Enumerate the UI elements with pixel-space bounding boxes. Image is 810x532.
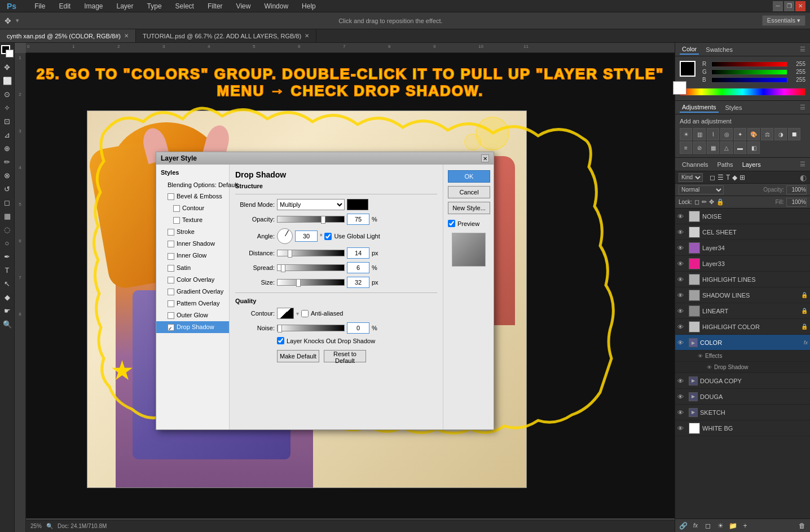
noise-input[interactable]	[347, 322, 369, 334]
dialog-close-button[interactable]: ✕	[481, 154, 489, 162]
path-select-tool[interactable]: ↖	[1, 277, 14, 290]
menu-file[interactable]: File	[32, 1, 47, 11]
contour-checkbox[interactable]	[173, 205, 180, 212]
color-overlay-checkbox[interactable]	[168, 277, 174, 283]
curves-adj[interactable]: ⌇	[707, 128, 719, 140]
layer-eye-dc[interactable]: 👁	[677, 378, 686, 384]
exposure-adj[interactable]: ◎	[720, 128, 733, 140]
texture-checkbox[interactable]	[173, 217, 180, 224]
layer-eye-douga[interactable]: 👁	[677, 393, 686, 400]
opacity-thumb[interactable]	[321, 216, 325, 224]
menu-image[interactable]: Image	[82, 1, 105, 11]
heal-tool[interactable]: ⊕	[1, 142, 14, 154]
shadow-color-swatch[interactable]	[347, 199, 368, 210]
distance-slider[interactable]	[277, 250, 345, 256]
dodge-tool[interactable]: ○	[1, 237, 14, 249]
make-default-button[interactable]: Make Default	[277, 350, 319, 362]
layer-eye-33[interactable]: 👁	[677, 260, 686, 267]
layer-eye-wbg[interactable]: 👁	[677, 425, 686, 432]
tab-tutorial[interactable]: TUTORIAL.psd @ 66.7% (22. ADD ALL LAYERS…	[136, 29, 316, 42]
stroke-checkbox[interactable]	[168, 229, 174, 236]
gradient-overlay-checkbox[interactable]	[168, 289, 174, 295]
inner-shadow-item[interactable]: Inner Shadow	[156, 238, 229, 250]
clone-tool[interactable]: ⊗	[1, 169, 14, 181]
lock-image-button[interactable]: ✏	[702, 198, 707, 206]
filter-shape-icon[interactable]: ◆	[732, 174, 737, 181]
add-mask-button[interactable]: ◻	[702, 520, 714, 531]
tab-cynth[interactable]: cynth xan.psd @ 25% (COLOR, RGB/8#) ✕	[0, 29, 136, 42]
layers-menu-icon[interactable]: ☰	[800, 161, 805, 168]
color-tab[interactable]: Color	[680, 45, 699, 55]
layer-eye-noise[interactable]: 👁	[677, 213, 686, 220]
layer-highlight-color[interactable]: 👁 HIGHLIGHT COLOR 🔒	[675, 319, 810, 335]
distance-thumb[interactable]	[288, 250, 292, 258]
effects-eye-icon[interactable]: 👁	[698, 353, 703, 359]
layer-lineart[interactable]: 👁 LINEART 🔒	[675, 303, 810, 319]
size-slider[interactable]	[277, 279, 345, 286]
filter-smart-icon[interactable]: ⊞	[739, 174, 745, 181]
layer-sketch[interactable]: 👁 ▶ SKETCH	[675, 405, 810, 420]
green-slider[interactable]	[711, 69, 787, 75]
hand-tool[interactable]: ☛	[1, 304, 14, 317]
history-tool[interactable]: ↺	[1, 183, 14, 195]
gradient-overlay-item[interactable]: Gradient Overlay	[156, 286, 229, 298]
texture-item[interactable]: Texture	[156, 214, 229, 226]
drop-shadow-checkbox[interactable]	[168, 324, 174, 331]
filter-adj-icon[interactable]: ☰	[717, 174, 724, 181]
filter-text-icon[interactable]: T	[726, 174, 730, 181]
invert-adj[interactable]: ⊘	[693, 141, 706, 154]
layer-eye-hl[interactable]: 👁	[677, 276, 686, 283]
menu-type[interactable]: Type	[145, 1, 164, 11]
layer-white-bg[interactable]: 👁 WHITE BG	[675, 420, 810, 436]
menu-edit[interactable]: Edit	[56, 1, 73, 11]
menu-help[interactable]: Help	[300, 1, 318, 11]
angle-input[interactable]	[295, 230, 318, 242]
red-slider[interactable]	[711, 61, 787, 67]
filter-toggle[interactable]: ◐	[800, 173, 807, 182]
close-button[interactable]: ✕	[795, 1, 805, 11]
tab-tutorial-close[interactable]: ✕	[305, 33, 309, 39]
eyedropper-tool[interactable]: ⊿	[1, 128, 14, 141]
lock-position-button[interactable]: ✥	[709, 198, 714, 206]
layer-layer34[interactable]: 👁 Layer34	[675, 240, 810, 256]
threshold-adj[interactable]: △	[720, 141, 733, 154]
tab-cynth-close[interactable]: ✕	[124, 33, 129, 39]
channels-tab[interactable]: Channels	[680, 160, 710, 169]
anti-aliased-checkbox[interactable]	[301, 310, 309, 317]
inner-glow-item[interactable]: Inner Glow	[156, 250, 229, 261]
contour-dropdown[interactable]: ▾	[296, 311, 299, 317]
color-spectrum[interactable]	[680, 88, 805, 96]
layer-eye-sketch[interactable]: 👁	[677, 409, 686, 416]
lock-transparent-button[interactable]: ◻	[694, 198, 699, 206]
bevel-emboss-item[interactable]: Bevel & Emboss	[156, 190, 229, 202]
delete-layer-button[interactable]: 🗑	[796, 520, 808, 531]
color-fx-icon[interactable]: fx	[804, 340, 808, 345]
pattern-overlay-item[interactable]: Pattern Overlay	[156, 298, 229, 309]
reset-default-button[interactable]: Reset to Default	[324, 350, 366, 362]
menu-filter[interactable]: Filter	[205, 1, 225, 11]
lasso-tool[interactable]: ⊙	[1, 88, 14, 100]
vibrance-adj[interactable]: ✦	[734, 128, 746, 140]
blend-mode-dropdown[interactable]: Normal	[679, 185, 724, 194]
layer-knocks-checkbox[interactable]	[277, 337, 284, 344]
blue-slider[interactable]	[711, 77, 787, 83]
layer-douga[interactable]: 👁 ▶ DOUGA	[675, 389, 810, 405]
satin-item[interactable]: Satin	[156, 262, 229, 274]
photofilter-adj[interactable]: 🔲	[788, 128, 800, 140]
preview-checkbox[interactable]	[448, 220, 455, 227]
new-layer-button[interactable]: +	[739, 520, 751, 531]
move-tool-icon[interactable]: ✥	[5, 16, 11, 25]
new-adj-layer-button[interactable]: ☀	[715, 520, 726, 531]
size-input[interactable]	[347, 277, 369, 288]
fg-bg-colors[interactable]	[1, 45, 14, 57]
spread-input[interactable]	[347, 262, 369, 273]
drop-shadow-item[interactable]: Drop Shadow	[156, 321, 229, 333]
blending-options-item[interactable]: Blending Options: Default	[156, 179, 229, 190]
layer-highlight-lines[interactable]: 👁 HIGHLIGHT LINES	[675, 272, 810, 287]
layer-douga-copy[interactable]: 👁 ▶ DOUGA COPY	[675, 373, 810, 389]
restore-button[interactable]: ❒	[784, 1, 794, 11]
spread-thumb[interactable]	[281, 264, 285, 272]
bw-adj[interactable]: ◑	[774, 128, 787, 140]
angle-dial[interactable]	[277, 228, 293, 244]
inner-shadow-checkbox[interactable]	[168, 241, 174, 247]
